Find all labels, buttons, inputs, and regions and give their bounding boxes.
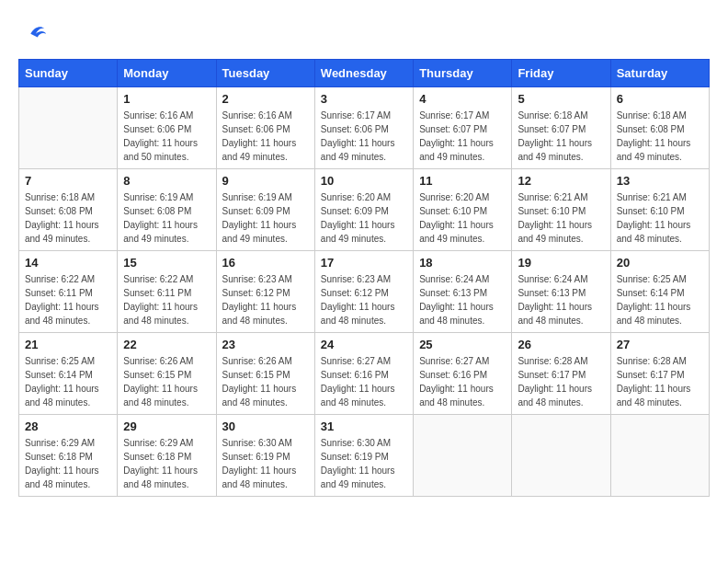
calendar-cell: 10Sunrise: 6:20 AM Sunset: 6:09 PM Dayli…	[314, 169, 413, 251]
calendar-cell: 15Sunrise: 6:22 AM Sunset: 6:11 PM Dayli…	[118, 251, 216, 333]
day-number: 10	[321, 174, 407, 188]
day-number: 2	[222, 92, 309, 106]
day-info: Sunrise: 6:28 AM Sunset: 6:17 PM Dayligh…	[518, 354, 604, 409]
day-info: Sunrise: 6:20 AM Sunset: 6:09 PM Dayligh…	[321, 190, 407, 246]
logo	[18, 18, 48, 44]
calendar-cell	[414, 415, 512, 497]
calendar-header-tuesday: Tuesday	[216, 60, 314, 87]
day-number: 1	[123, 92, 210, 106]
calendar-cell: 22Sunrise: 6:26 AM Sunset: 6:15 PM Dayli…	[118, 333, 216, 415]
day-info: Sunrise: 6:16 AM Sunset: 6:06 PM Dayligh…	[123, 109, 210, 164]
day-info: Sunrise: 6:18 AM Sunset: 6:08 PM Dayligh…	[25, 190, 111, 246]
calendar-cell: 20Sunrise: 6:25 AM Sunset: 6:14 PM Dayli…	[610, 251, 709, 333]
calendar-cell: 16Sunrise: 6:23 AM Sunset: 6:12 PM Dayli…	[216, 251, 314, 333]
calendar-cell	[610, 415, 709, 497]
day-number: 8	[123, 174, 210, 188]
calendar-week-row: 28Sunrise: 6:29 AM Sunset: 6:18 PM Dayli…	[19, 415, 710, 497]
day-info: Sunrise: 6:24 AM Sunset: 6:13 PM Dayligh…	[419, 272, 506, 327]
day-info: Sunrise: 6:20 AM Sunset: 6:10 PM Dayligh…	[419, 190, 506, 246]
calendar-header-row: SundayMondayTuesdayWednesdayThursdayFrid…	[19, 60, 710, 87]
day-info: Sunrise: 6:29 AM Sunset: 6:18 PM Dayligh…	[123, 436, 210, 491]
day-info: Sunrise: 6:19 AM Sunset: 6:08 PM Dayligh…	[123, 190, 210, 246]
calendar-cell	[512, 415, 610, 497]
calendar-week-row: 14Sunrise: 6:22 AM Sunset: 6:11 PM Dayli…	[19, 251, 710, 333]
day-info: Sunrise: 6:27 AM Sunset: 6:16 PM Dayligh…	[419, 354, 506, 409]
calendar-cell: 27Sunrise: 6:28 AM Sunset: 6:17 PM Dayli…	[610, 333, 709, 415]
day-info: Sunrise: 6:25 AM Sunset: 6:14 PM Dayligh…	[25, 354, 111, 409]
calendar-cell: 13Sunrise: 6:21 AM Sunset: 6:10 PM Dayli…	[610, 169, 709, 251]
day-number: 19	[518, 256, 604, 270]
calendar-cell	[19, 87, 118, 169]
day-info: Sunrise: 6:29 AM Sunset: 6:18 PM Dayligh…	[25, 436, 111, 491]
day-info: Sunrise: 6:21 AM Sunset: 6:10 PM Dayligh…	[518, 190, 604, 246]
calendar-cell: 21Sunrise: 6:25 AM Sunset: 6:14 PM Dayli…	[19, 333, 118, 415]
day-number: 13	[617, 174, 703, 188]
day-number: 9	[222, 174, 309, 188]
calendar-header-sunday: Sunday	[19, 60, 118, 87]
calendar-cell: 1Sunrise: 6:16 AM Sunset: 6:06 PM Daylig…	[118, 87, 216, 169]
calendar-cell: 2Sunrise: 6:16 AM Sunset: 6:06 PM Daylig…	[216, 87, 314, 169]
day-number: 17	[321, 256, 407, 270]
calendar-header-friday: Friday	[512, 60, 610, 87]
calendar-cell: 17Sunrise: 6:23 AM Sunset: 6:12 PM Dayli…	[314, 251, 413, 333]
day-number: 12	[518, 174, 604, 188]
day-info: Sunrise: 6:17 AM Sunset: 6:06 PM Dayligh…	[321, 109, 407, 164]
day-number: 14	[25, 256, 111, 270]
day-number: 3	[321, 92, 407, 106]
day-info: Sunrise: 6:17 AM Sunset: 6:07 PM Dayligh…	[419, 109, 506, 164]
day-info: Sunrise: 6:23 AM Sunset: 6:12 PM Dayligh…	[321, 272, 407, 327]
calendar-week-row: 7Sunrise: 6:18 AM Sunset: 6:08 PM Daylig…	[19, 169, 710, 251]
calendar-cell: 29Sunrise: 6:29 AM Sunset: 6:18 PM Dayli…	[118, 415, 216, 497]
day-number: 16	[222, 256, 309, 270]
calendar-cell: 9Sunrise: 6:19 AM Sunset: 6:09 PM Daylig…	[216, 169, 314, 251]
day-number: 25	[419, 338, 506, 351]
calendar-week-row: 21Sunrise: 6:25 AM Sunset: 6:14 PM Dayli…	[19, 333, 710, 415]
day-info: Sunrise: 6:19 AM Sunset: 6:09 PM Dayligh…	[222, 190, 309, 246]
day-info: Sunrise: 6:26 AM Sunset: 6:15 PM Dayligh…	[222, 354, 309, 409]
day-info: Sunrise: 6:30 AM Sunset: 6:19 PM Dayligh…	[321, 436, 407, 491]
day-info: Sunrise: 6:22 AM Sunset: 6:11 PM Dayligh…	[123, 272, 210, 327]
calendar-header-wednesday: Wednesday	[314, 60, 413, 87]
calendar-cell: 25Sunrise: 6:27 AM Sunset: 6:16 PM Dayli…	[414, 333, 512, 415]
calendar-cell: 24Sunrise: 6:27 AM Sunset: 6:16 PM Dayli…	[314, 333, 413, 415]
calendar-cell: 30Sunrise: 6:30 AM Sunset: 6:19 PM Dayli…	[216, 415, 314, 497]
day-number: 18	[419, 256, 506, 270]
calendar-header-saturday: Saturday	[610, 60, 709, 87]
calendar-cell: 6Sunrise: 6:18 AM Sunset: 6:08 PM Daylig…	[610, 87, 709, 169]
day-info: Sunrise: 6:28 AM Sunset: 6:17 PM Dayligh…	[617, 354, 703, 409]
calendar-table: SundayMondayTuesdayWednesdayThursdayFrid…	[18, 59, 710, 497]
day-number: 26	[518, 338, 604, 351]
day-number: 31	[321, 419, 407, 433]
calendar-cell: 28Sunrise: 6:29 AM Sunset: 6:18 PM Dayli…	[19, 415, 118, 497]
day-number: 20	[617, 256, 703, 270]
day-number: 30	[222, 419, 309, 433]
day-info: Sunrise: 6:23 AM Sunset: 6:12 PM Dayligh…	[222, 272, 309, 327]
calendar-cell: 23Sunrise: 6:26 AM Sunset: 6:15 PM Dayli…	[216, 333, 314, 415]
logo-bird-icon	[22, 18, 48, 44]
day-number: 7	[25, 174, 111, 188]
calendar-header-thursday: Thursday	[414, 60, 512, 87]
page-header	[18, 18, 710, 44]
day-info: Sunrise: 6:24 AM Sunset: 6:13 PM Dayligh…	[518, 272, 604, 327]
day-info: Sunrise: 6:25 AM Sunset: 6:14 PM Dayligh…	[617, 272, 703, 327]
day-number: 22	[123, 338, 210, 351]
day-number: 27	[617, 338, 703, 351]
day-number: 11	[419, 174, 506, 188]
calendar-cell: 7Sunrise: 6:18 AM Sunset: 6:08 PM Daylig…	[19, 169, 118, 251]
day-info: Sunrise: 6:30 AM Sunset: 6:19 PM Dayligh…	[222, 436, 309, 491]
calendar-cell: 31Sunrise: 6:30 AM Sunset: 6:19 PM Dayli…	[314, 415, 413, 497]
calendar-cell: 26Sunrise: 6:28 AM Sunset: 6:17 PM Dayli…	[512, 333, 610, 415]
day-info: Sunrise: 6:18 AM Sunset: 6:07 PM Dayligh…	[518, 109, 604, 164]
calendar-week-row: 1Sunrise: 6:16 AM Sunset: 6:06 PM Daylig…	[19, 87, 710, 169]
day-number: 6	[617, 92, 703, 106]
day-info: Sunrise: 6:27 AM Sunset: 6:16 PM Dayligh…	[321, 354, 407, 409]
day-info: Sunrise: 6:26 AM Sunset: 6:15 PM Dayligh…	[123, 354, 210, 409]
calendar-cell: 3Sunrise: 6:17 AM Sunset: 6:06 PM Daylig…	[314, 87, 413, 169]
calendar-cell: 18Sunrise: 6:24 AM Sunset: 6:13 PM Dayli…	[414, 251, 512, 333]
calendar-cell: 8Sunrise: 6:19 AM Sunset: 6:08 PM Daylig…	[118, 169, 216, 251]
calendar-header-monday: Monday	[118, 60, 216, 87]
calendar-cell: 5Sunrise: 6:18 AM Sunset: 6:07 PM Daylig…	[512, 87, 610, 169]
day-info: Sunrise: 6:21 AM Sunset: 6:10 PM Dayligh…	[617, 190, 703, 246]
day-number: 4	[419, 92, 506, 106]
calendar-cell: 11Sunrise: 6:20 AM Sunset: 6:10 PM Dayli…	[414, 169, 512, 251]
